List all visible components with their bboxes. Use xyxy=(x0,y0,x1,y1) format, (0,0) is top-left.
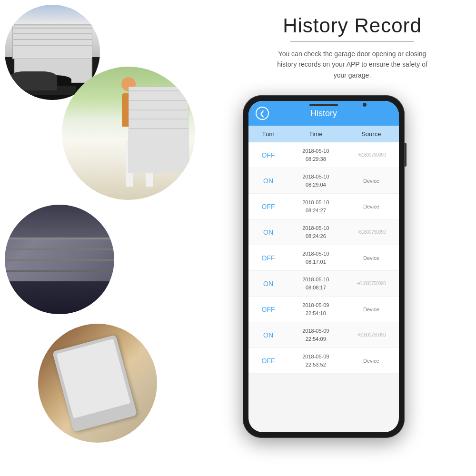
cell-time: 2018-05-0922:54:10 xyxy=(288,301,343,317)
cell-source: Device xyxy=(344,204,399,209)
back-icon: ❮ xyxy=(259,109,265,117)
cell-source: +61800750090 xyxy=(344,229,399,235)
cell-turn: OFF xyxy=(248,254,288,262)
table-row: OFF2018-05-1008:17:01Device xyxy=(248,245,399,271)
cell-time: 2018-05-1008:24:27 xyxy=(288,198,343,214)
table-row: ON2018-05-0922:54:09+61800750090 xyxy=(248,322,399,348)
app-screen: ❮ History Turn Time Source OFF2018-05-10… xyxy=(248,101,399,432)
phone-speaker xyxy=(309,104,338,106)
table-header: Turn Time Source xyxy=(248,126,399,142)
table-row: ON2018-05-1008:29:04Device xyxy=(248,168,399,194)
cell-turn: ON xyxy=(248,331,288,339)
phone-screen: ❮ History Turn Time Source OFF2018-05-10… xyxy=(248,101,399,432)
cell-source: Device xyxy=(344,178,399,184)
cell-turn: ON xyxy=(248,177,288,185)
back-button[interactable]: ❮ xyxy=(256,107,269,120)
cell-turn: OFF xyxy=(248,357,288,365)
cell-source: +61800750090 xyxy=(344,152,399,158)
table-row: OFF2018-05-0922:54:10Device xyxy=(248,297,399,322)
page-description: You can check the garage door opening or… xyxy=(271,49,433,80)
cell-turn: ON xyxy=(248,280,288,288)
cell-source: +61800750090 xyxy=(344,281,399,286)
cell-turn: ON xyxy=(248,228,288,236)
phone-camera xyxy=(363,103,367,107)
cell-source: Device xyxy=(344,307,399,312)
title-section: History Record You can check the garage … xyxy=(228,0,476,88)
cell-source: Device xyxy=(344,255,399,261)
col-header-time: Time xyxy=(288,130,343,138)
history-table: OFF2018-05-1008:29:38+61800750090ON2018-… xyxy=(248,142,399,374)
phone-mockup: ❮ History Turn Time Source OFF2018-05-10… xyxy=(243,95,405,438)
page-title: History Record xyxy=(238,14,466,37)
right-content: History Record You can check the garage … xyxy=(228,0,476,476)
cell-turn: OFF xyxy=(248,151,288,159)
cell-time: 2018-05-1008:24:26 xyxy=(288,224,343,240)
phone-outer: ❮ History Turn Time Source OFF2018-05-10… xyxy=(243,95,405,438)
cell-time: 2018-05-1008:08:17 xyxy=(288,276,343,291)
cell-turn: OFF xyxy=(248,306,288,313)
table-row: ON2018-05-1008:24:26+61800750090 xyxy=(248,219,399,245)
circle-garage-closeup xyxy=(5,205,114,314)
circle-phone-hand xyxy=(38,324,157,443)
cell-time: 2018-05-0922:54:09 xyxy=(288,327,343,343)
table-row: OFF2018-05-1008:24:27Device xyxy=(248,194,399,219)
cell-turn: OFF xyxy=(248,203,288,210)
table-row: OFF2018-05-0922:53:52Device xyxy=(248,348,399,374)
col-header-turn: Turn xyxy=(248,130,288,138)
cell-time: 2018-05-1008:29:38 xyxy=(288,147,343,163)
table-row: OFF2018-05-1008:29:38+61800750090 xyxy=(248,142,399,168)
app-header-title: History xyxy=(310,109,337,119)
col-header-source: Source xyxy=(344,130,399,138)
table-row: ON2018-05-1008:08:17+61800750090 xyxy=(248,271,399,297)
cell-source: +61800750090 xyxy=(344,332,399,337)
cell-source: Device xyxy=(344,358,399,364)
cell-time: 2018-05-1008:17:01 xyxy=(288,250,343,266)
circle-woman-garage xyxy=(62,67,195,200)
phone-side-button xyxy=(405,143,407,167)
cell-time: 2018-05-0922:53:52 xyxy=(288,353,343,368)
circles-container xyxy=(0,0,228,476)
cell-time: 2018-05-1008:29:04 xyxy=(288,173,343,188)
title-divider xyxy=(290,41,414,41)
